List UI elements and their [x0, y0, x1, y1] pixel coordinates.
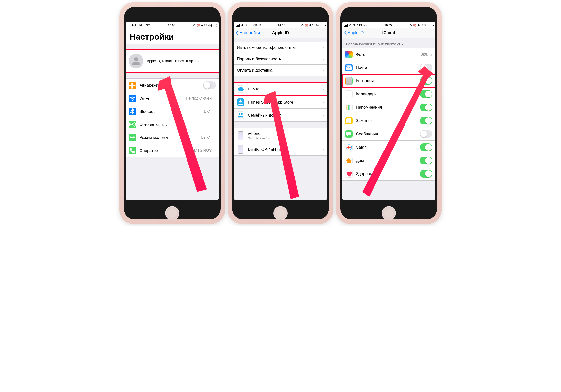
settings-row-airplane[interactable]: Авиарежим: [126, 79, 219, 92]
appleid-row[interactable]: Имя, номера телефонов, e-mail›: [234, 42, 327, 53]
chevron-icon: ›: [322, 147, 324, 152]
back-button[interactable]: Apple ID: [344, 30, 364, 35]
row-label: Пароль и безопасность: [237, 57, 321, 61]
row-value: Выкл.: [201, 135, 212, 140]
back-label: Apple ID: [348, 30, 364, 35]
safari-icon: [345, 144, 353, 151]
hotspot-icon: [129, 134, 136, 141]
settings-row-cell[interactable]: Сотовая связь›: [126, 118, 219, 131]
carrier-label: MTS RUS: [132, 24, 145, 27]
row-label: Календари: [356, 92, 420, 96]
carrier-label: MTS RUS: [349, 24, 362, 27]
row-label: Оператор: [140, 148, 194, 153]
chevron-icon: ›: [322, 133, 324, 138]
chevron-left-icon: [344, 30, 347, 35]
row-label: Wi-Fi: [140, 96, 186, 101]
appleid-row-icloud[interactable]: iCloud›: [234, 83, 327, 96]
lock-rotation-icon: ⟳: [410, 24, 412, 27]
lock-rotation-icon: ⟳: [193, 24, 196, 27]
toggle[interactable]: [420, 64, 432, 71]
toggle[interactable]: [420, 130, 432, 138]
phone-frame-1: MTS RUS 3G 10:05 ⟳ ⏰ ✱ 13 % Настройки: [119, 2, 225, 224]
icloud-row-messages[interactable]: Сообщения: [342, 127, 435, 141]
row-label: Сотовая связь: [140, 122, 213, 127]
icloud-row-photos[interactable]: ФотоВкл.›: [342, 48, 435, 61]
nav-bar: Apple ID iCloud: [342, 28, 435, 38]
settings-row-hotspot[interactable]: Режим модемаВыкл.›: [126, 131, 219, 144]
row-label: Заметки: [356, 118, 420, 123]
chevron-icon: ›: [198, 58, 199, 64]
photos-icon: [345, 51, 353, 58]
chevron-icon: ›: [431, 52, 432, 57]
appleid-row[interactable]: Пароль и безопасность›: [234, 53, 327, 65]
mail-icon: [345, 64, 353, 71]
chevron-icon: ›: [322, 45, 324, 50]
settings-row-bt[interactable]: BluetoothВкл.›: [126, 105, 219, 118]
toggle[interactable]: [420, 77, 432, 85]
icloud-row-calendar[interactable]: ▦Календари: [342, 88, 435, 101]
network-label: 3G: [146, 24, 150, 27]
avatar-icon: [129, 54, 143, 68]
icloud-row-health[interactable]: Здоровье: [342, 167, 435, 181]
apple-id-cell[interactable]: Apple ID, iCloud, iTunes- и Ap… ›: [126, 50, 219, 72]
appleid-row-family[interactable]: Семейный доступ›: [234, 109, 327, 122]
svg-point-10: [348, 79, 350, 81]
toggle[interactable]: [203, 81, 216, 89]
settings-row-phone[interactable]: ОператорMTS RUS›: [126, 144, 219, 157]
network-label: 3G: [254, 24, 258, 27]
apple-id-subtitle: Apple ID, iCloud, iTunes- и Ap…: [147, 59, 197, 63]
toggle[interactable]: [420, 117, 432, 124]
bluetooth-icon: ✱: [309, 24, 312, 27]
status-bar: MTS RUS 3G ✲ 10:05 ⟳ ⏰ ✱ 13 %: [234, 22, 327, 28]
lock-rotation-icon: ⟳: [301, 24, 304, 27]
row-label: Дом: [356, 158, 420, 163]
row-label: Почта: [356, 65, 420, 70]
device-row[interactable]: DESKTOP-45HT3NV›: [234, 143, 327, 156]
row-label: Safari: [356, 145, 420, 150]
appleid-row-appstore[interactable]: iTunes Store и App Store›: [234, 96, 327, 109]
chevron-icon: ›: [322, 99, 324, 105]
clock: 10:05: [278, 24, 285, 27]
appstore-icon: [237, 98, 244, 106]
icloud-row-contacts[interactable]: Контакты: [342, 74, 435, 88]
toggle[interactable]: [420, 90, 432, 98]
network-label: 3G: [363, 24, 367, 27]
carrier-label: MTS RUS: [240, 24, 254, 27]
toggle[interactable]: [420, 104, 432, 111]
signal-bars-icon: [236, 24, 240, 27]
chevron-icon: ›: [322, 67, 324, 73]
home-button[interactable]: [273, 206, 288, 220]
row-label: Здоровье: [356, 171, 420, 176]
chevron-icon: ›: [214, 148, 216, 153]
settings-row-wifi[interactable]: Wi-FiНе подключен›: [126, 92, 219, 105]
toggle[interactable]: [420, 157, 432, 164]
bt-icon: [129, 108, 136, 115]
nav-title: Apple ID: [272, 30, 289, 35]
section-header: ИСПОЛЬЗУЮЩИЕ ICLOUD ПРОГРАММЫ: [342, 38, 435, 48]
icloud-row-notes[interactable]: Заметки: [342, 114, 435, 127]
home-button[interactable]: [165, 206, 179, 220]
row-label: Авиарежим: [140, 83, 203, 88]
row-label: iCloud: [248, 87, 321, 91]
back-label: Настройки: [239, 30, 260, 35]
home-button[interactable]: [382, 206, 396, 220]
back-button[interactable]: Настройки: [235, 30, 260, 35]
battery-percent: 12 %: [421, 24, 427, 27]
device-row[interactable]: iPhoneЭтот iPhone 5s›: [234, 128, 327, 143]
toggle[interactable]: [420, 143, 432, 151]
icloud-row-mail[interactable]: Почта: [342, 61, 435, 74]
phone-icon: [129, 147, 136, 154]
icloud-row-safari[interactable]: Safari: [342, 141, 435, 154]
appleid-row[interactable]: Оплата и доставка›: [234, 65, 327, 76]
alarm-icon: ⏰: [413, 24, 417, 27]
icloud-row-reminders[interactable]: Напоминания: [342, 101, 435, 114]
toggle[interactable]: [420, 170, 432, 178]
battery-percent: 13 %: [312, 24, 319, 27]
chevron-icon: ›: [214, 109, 216, 114]
health-icon: [345, 170, 353, 178]
row-label: Режим модема: [140, 135, 201, 140]
status-bar: MTS RUS 3G 10:05 ⟳ ⏰ ✱ 13 %: [126, 22, 219, 28]
icloud-row-home[interactable]: Дом: [342, 154, 435, 167]
svg-rect-4: [131, 137, 134, 138]
row-value: Вкл.: [421, 52, 428, 57]
